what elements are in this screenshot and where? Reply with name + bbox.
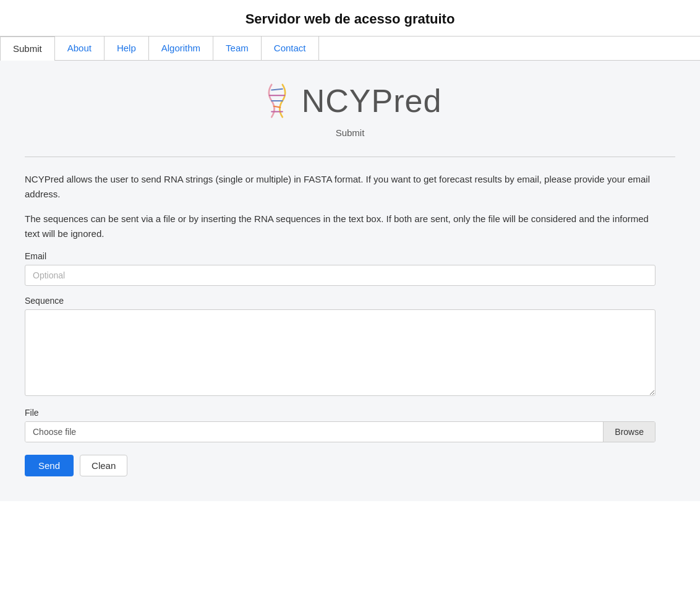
file-label: File [25, 408, 655, 418]
email-input[interactable] [25, 265, 655, 286]
logo-section: NCYPred Submit [0, 61, 700, 150]
sequence-textarea[interactable] [25, 309, 655, 396]
description-para2: The sequences can be sent via a file or … [25, 212, 655, 241]
sequence-group: Sequence [25, 296, 655, 398]
divider [25, 157, 675, 157]
action-buttons: Send Clean [25, 455, 655, 476]
browse-button[interactable]: Browse [603, 422, 655, 442]
logo-text: NCYPred [302, 82, 442, 119]
file-row: Choose file Browse [25, 421, 655, 442]
email-group: Email [25, 251, 655, 286]
nav-about[interactable]: About [55, 37, 105, 60]
file-group: File Choose file Browse [25, 408, 655, 442]
page-title: Servidor web de acesso gratuito [0, 0, 700, 36]
email-label: Email [25, 251, 655, 261]
svg-line-0 [271, 89, 283, 90]
nav-help[interactable]: Help [105, 37, 149, 60]
dna-icon [258, 79, 296, 123]
content-area: NCYPred Submit NCYPred allows the user t… [0, 61, 700, 501]
nav-submit[interactable]: Submit [0, 37, 55, 61]
logo-row: NCYPred [258, 79, 442, 123]
nav-team[interactable]: Team [213, 37, 262, 60]
sequence-label: Sequence [25, 296, 655, 306]
file-name-display: Choose file [25, 422, 603, 442]
nav-algorithm[interactable]: Algorithm [149, 37, 213, 60]
nav-contact[interactable]: Contact [262, 37, 319, 60]
clean-button[interactable]: Clean [80, 455, 127, 476]
send-button[interactable]: Send [25, 455, 74, 476]
form-container: NCYPred allows the user to send RNA stri… [0, 172, 680, 476]
logo-subtitle: Submit [336, 127, 365, 138]
description-para1: NCYPred allows the user to send RNA stri… [25, 172, 655, 202]
nav-bar: Submit About Help Algorithm Team Contact [0, 36, 700, 61]
